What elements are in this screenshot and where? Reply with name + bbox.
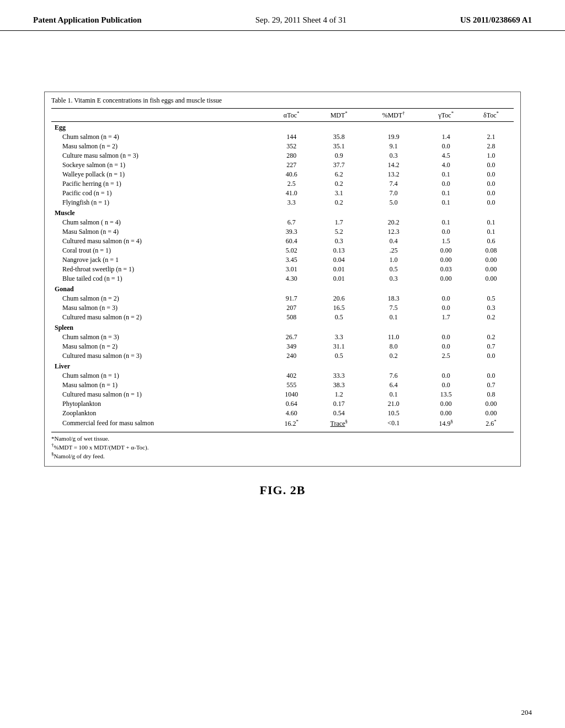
row-value: 227 <box>269 160 315 170</box>
section-header-row: Liver <box>51 361 514 371</box>
row-value: 0.3 <box>468 303 514 313</box>
row-value: 4.30 <box>269 274 315 283</box>
row-value: 0.2 <box>468 313 514 322</box>
row-value: 0.04 <box>315 255 364 265</box>
table-row: Chum salmon (n = 4)14435.819.91.42.1 <box>51 132 514 142</box>
row-value: 0.3 <box>315 237 364 246</box>
row-value: 0.00 <box>424 246 468 255</box>
row-value: 16.5 <box>315 303 364 313</box>
row-value: 0.1 <box>468 227 514 237</box>
row-value: 0.00 <box>424 274 468 283</box>
row-value: 2.5 <box>424 351 468 361</box>
row-value: 19.9 <box>364 132 424 142</box>
row-value: 31.1 <box>315 342 364 351</box>
row-value: 2.1 <box>468 132 514 142</box>
row-value: 2.8 <box>468 142 514 151</box>
row-value: 60.4 <box>269 237 315 246</box>
row-label: Chum salmon (n = 4) <box>51 132 269 142</box>
row-value: 5.2 <box>315 227 364 237</box>
row-value: 1.0 <box>468 151 514 160</box>
row-value: 0.00 <box>424 409 468 418</box>
row-value: <0.1 <box>364 418 424 429</box>
row-label: Pacific cod (n = 1) <box>51 189 269 198</box>
row-value: 20.2 <box>364 218 424 227</box>
row-value: 16.2* <box>269 418 315 429</box>
table-row: Masu salmon (n = 2)34931.18.00.00.7 <box>51 342 514 351</box>
row-label: Phytoplankton <box>51 399 269 409</box>
row-value: 1.7 <box>315 218 364 227</box>
table-row: Pacific herring (n = 1)2.50.27.40.00.0 <box>51 179 514 189</box>
row-value: 3.3 <box>269 198 315 207</box>
row-value: 349 <box>269 342 315 351</box>
row-value: 0.13 <box>315 246 364 255</box>
row-value: 0.1 <box>364 313 424 322</box>
row-value: 240 <box>269 351 315 361</box>
row-value: 1.7 <box>424 313 468 322</box>
table-row: Walleye pollack (n = 1)40.66.213.20.10.0 <box>51 170 514 179</box>
row-value: 0.4 <box>364 237 424 246</box>
row-value: 0.1 <box>364 390 424 399</box>
row-value: 5.0 <box>364 198 424 207</box>
table-row: Red-throat sweetlip (n = 1)3.010.010.50.… <box>51 265 514 274</box>
table-row: Cultured masu salmon (n = 2)5080.50.11.7… <box>51 313 514 322</box>
row-label: Pacific herring (n = 1) <box>51 179 269 189</box>
row-label: Masu Salmon (n = 4) <box>51 227 269 237</box>
table-row: Chum salmon (n = 1)40233.37.60.00.0 <box>51 371 514 381</box>
table-row: Cultured masu salmon (n = 3)2400.50.22.5… <box>51 351 514 361</box>
row-value: 1040 <box>269 390 315 399</box>
row-value: 0.2 <box>364 351 424 361</box>
row-value: 3.3 <box>315 333 364 342</box>
col-header-mdt: MDT* <box>315 109 364 122</box>
row-label: Zooplankton <box>51 409 269 418</box>
row-value: 508 <box>269 313 315 322</box>
row-value: 21.0 <box>364 399 424 409</box>
row-value: 14.2 <box>364 160 424 170</box>
row-value: 0.1 <box>424 198 468 207</box>
row-label: Sockeye salmon (n = 1) <box>51 160 269 170</box>
row-value: 0.3 <box>364 151 424 160</box>
row-value: 1.5 <box>424 237 468 246</box>
row-value: 4.60 <box>269 409 315 418</box>
header-right: US 2011/0238669 A1 <box>460 15 532 25</box>
row-value: 0.00 <box>468 265 514 274</box>
row-value: 0.00 <box>424 399 468 409</box>
row-value: 144 <box>269 132 315 142</box>
table-row: Phytoplankton0.640.1721.00.000.00 <box>51 399 514 409</box>
row-value: 38.3 <box>315 381 364 390</box>
row-value: 26.7 <box>269 333 315 342</box>
section-header-cell: Liver <box>51 361 514 371</box>
row-value: 41.0 <box>269 189 315 198</box>
table-header-row: αToc* MDT* %MDT† γToc* δToc* <box>51 109 514 122</box>
table-row: Masu Salmon (n = 4)39.35.212.30.00.1 <box>51 227 514 237</box>
row-value: 0.5 <box>315 351 364 361</box>
section-header-row: Egg <box>51 122 514 133</box>
section-header-cell: Gonad <box>51 283 514 294</box>
row-value: 40.6 <box>269 170 315 179</box>
row-label: Cultured masu salmon (n = 3) <box>51 351 269 361</box>
row-label: Masu salmon (n = 3) <box>51 303 269 313</box>
row-value: 14.9§ <box>424 418 468 429</box>
row-label: Culture masu salmon (n = 3) <box>51 151 269 160</box>
row-label: Chum salmon (n = 1) <box>51 371 269 381</box>
row-value: 11.0 <box>364 333 424 342</box>
row-value: 0.0 <box>424 179 468 189</box>
table-row: Cultured masu salmon (n = 1)10401.20.113… <box>51 390 514 399</box>
col-header-dtoc: δToc* <box>468 109 514 122</box>
table-row: Chum salmon (n = 2)91.720.618.30.00.5 <box>51 294 514 303</box>
row-value: 0.5 <box>315 313 364 322</box>
row-value: 0.00 <box>468 409 514 418</box>
row-value: 0.0 <box>424 333 468 342</box>
row-value: 0.08 <box>468 246 514 255</box>
table-row: Sockeye salmon (n = 1)22737.714.24.00.0 <box>51 160 514 170</box>
data-table: αToc* MDT* %MDT† γToc* δToc* EggChum sal… <box>51 108 514 429</box>
row-value: 4.5 <box>424 151 468 160</box>
row-value: 0.0 <box>424 303 468 313</box>
row-value: 39.3 <box>269 227 315 237</box>
row-value: 0.2 <box>315 179 364 189</box>
footnote-2: †%MDT = 100 x MDT/(MDT + α-Toc). <box>51 442 514 451</box>
row-value: 12.3 <box>364 227 424 237</box>
row-value: 0.1 <box>424 170 468 179</box>
row-value: 3.45 <box>269 255 315 265</box>
row-value: 20.6 <box>315 294 364 303</box>
row-label: Cultured masu salmon (n = 2) <box>51 313 269 322</box>
